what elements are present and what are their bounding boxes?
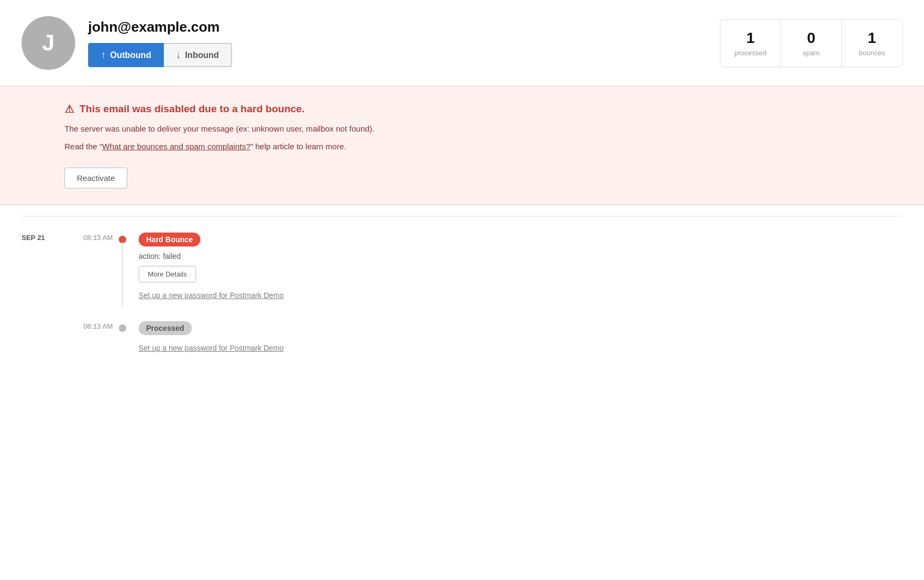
profile-left: J john@example.com ↑ Outbound ↓ Inbound bbox=[21, 16, 232, 70]
timeline-row: 08:13 AM Processed Set up a new password… bbox=[21, 321, 903, 352]
help-article-link[interactable]: What are bounces and spam complaints? bbox=[102, 142, 250, 151]
processed-label: processed bbox=[734, 49, 767, 57]
tab-group: ↑ Outbound ↓ Inbound bbox=[88, 43, 232, 67]
bounces-count: 1 bbox=[868, 30, 876, 47]
stat-processed: 1 processed bbox=[720, 20, 781, 67]
alert-title: ⚠ This email was disabled due to a hard … bbox=[64, 103, 892, 115]
timeline-email-link[interactable]: Set up a new password for Postmark Demo bbox=[139, 291, 903, 300]
timeline-date: SEP 21 bbox=[21, 233, 64, 242]
timeline-line bbox=[122, 242, 123, 307]
warning-icon: ⚠ bbox=[64, 103, 74, 115]
bounces-label: bounces bbox=[858, 49, 885, 57]
spam-label: spam bbox=[803, 49, 820, 57]
inbound-tab[interactable]: ↓ Inbound bbox=[164, 43, 232, 67]
timeline-badge: Processed bbox=[139, 321, 192, 335]
outbound-tab[interactable]: ↑ Outbound bbox=[88, 43, 164, 67]
timeline-container: SEP 21 08:13 AM Hard Bounce action: fail… bbox=[21, 233, 903, 352]
processed-count: 1 bbox=[746, 30, 755, 47]
timeline-section: SEP 21 08:13 AM Hard Bounce action: fail… bbox=[0, 216, 924, 352]
profile-section: J john@example.com ↑ Outbound ↓ Inbound … bbox=[0, 0, 924, 86]
timeline-row: SEP 21 08:13 AM Hard Bounce action: fail… bbox=[21, 233, 903, 300]
timeline-badge: Hard Bounce bbox=[139, 233, 200, 247]
outbound-icon: ↑ bbox=[101, 49, 106, 61]
timeline-dot-area bbox=[113, 233, 132, 243]
alert-help-text: Read the “What are bounces and spam comp… bbox=[64, 141, 892, 153]
timeline-content: Processed Set up a new password for Post… bbox=[132, 321, 903, 352]
alert-description: The server was unable to deliver your me… bbox=[64, 123, 892, 135]
timeline-time: 08:13 AM bbox=[64, 233, 113, 242]
timeline-email-link[interactable]: Set up a new password for Postmark Demo bbox=[139, 344, 903, 352]
profile-info: john@example.com ↑ Outbound ↓ Inbound bbox=[88, 19, 232, 67]
profile-email: john@example.com bbox=[88, 19, 232, 35]
avatar: J bbox=[21, 16, 75, 70]
stat-bounces: 1 bounces bbox=[842, 20, 902, 67]
timeline-time: 08:13 AM bbox=[64, 321, 113, 330]
inbound-icon: ↓ bbox=[176, 49, 181, 61]
reactivate-button[interactable]: Reactivate bbox=[64, 168, 127, 189]
spam-count: 0 bbox=[807, 30, 815, 47]
more-details-button[interactable]: More Details bbox=[139, 266, 196, 282]
timeline-dot bbox=[119, 324, 126, 332]
timeline-divider bbox=[21, 216, 903, 216]
timeline-date bbox=[21, 321, 64, 322]
timeline-content: Hard Bounce action: failed More Details … bbox=[132, 233, 903, 300]
stat-spam: 0 spam bbox=[781, 20, 842, 67]
alert-banner: ⚠ This email was disabled due to a hard … bbox=[0, 86, 924, 205]
timeline-action: action: failed bbox=[139, 252, 903, 260]
timeline-dot-area bbox=[113, 321, 132, 332]
stats-card: 1 processed 0 spam 1 bounces bbox=[720, 19, 903, 67]
